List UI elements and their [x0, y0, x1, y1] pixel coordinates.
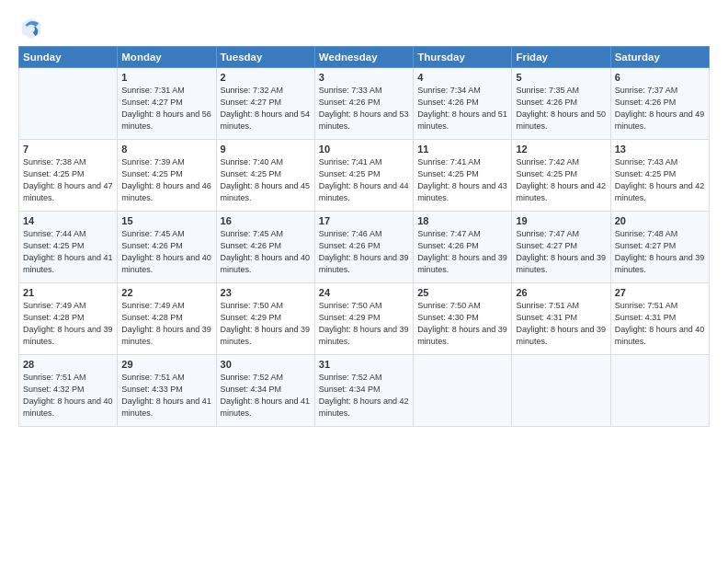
day-number: 18	[417, 215, 507, 226]
calendar-cell: 18Sunrise: 7:47 AMSunset: 4:26 PMDayligh…	[414, 212, 512, 283]
day-number: 25	[417, 287, 507, 298]
cell-info: Sunrise: 7:51 AMSunset: 4:31 PMDaylight:…	[516, 301, 606, 346]
calendar-table: SundayMondayTuesdayWednesdayThursdayFrid…	[18, 46, 710, 427]
cell-info: Sunrise: 7:52 AMSunset: 4:34 PMDaylight:…	[221, 373, 311, 418]
calendar-cell: 23Sunrise: 7:50 AMSunset: 4:29 PMDayligh…	[216, 283, 314, 355]
cell-info: Sunrise: 7:31 AMSunset: 4:27 PMDaylight:…	[121, 86, 211, 131]
calendar-cell: 13Sunrise: 7:43 AMSunset: 4:25 PMDayligh…	[610, 140, 709, 212]
day-number: 8	[121, 144, 211, 155]
cell-info: Sunrise: 7:47 AMSunset: 4:27 PMDaylight:…	[516, 229, 606, 274]
day-number: 11	[417, 144, 507, 155]
calendar-cell: 20Sunrise: 7:48 AMSunset: 4:27 PMDayligh…	[610, 212, 709, 283]
day-number: 31	[319, 359, 409, 370]
cell-info: Sunrise: 7:51 AMSunset: 4:32 PMDaylight:…	[23, 373, 113, 418]
calendar-cell: 31Sunrise: 7:52 AMSunset: 4:34 PMDayligh…	[314, 355, 413, 427]
calendar-cell: 21Sunrise: 7:49 AMSunset: 4:28 PMDayligh…	[19, 283, 118, 355]
calendar-cell: 19Sunrise: 7:47 AMSunset: 4:27 PMDayligh…	[512, 212, 610, 283]
week-row-3: 14Sunrise: 7:44 AMSunset: 4:25 PMDayligh…	[19, 212, 710, 283]
calendar-cell: 2Sunrise: 7:32 AMSunset: 4:27 PMDaylight…	[216, 68, 314, 140]
cell-info: Sunrise: 7:35 AMSunset: 4:26 PMDaylight:…	[516, 86, 606, 131]
cell-info: Sunrise: 7:46 AMSunset: 4:26 PMDaylight:…	[319, 229, 409, 274]
week-row-4: 21Sunrise: 7:49 AMSunset: 4:28 PMDayligh…	[19, 283, 710, 355]
cell-info: Sunrise: 7:38 AMSunset: 4:25 PMDaylight:…	[23, 157, 113, 202]
day-number: 22	[121, 287, 211, 298]
calendar-cell: 14Sunrise: 7:44 AMSunset: 4:25 PMDayligh…	[19, 212, 118, 283]
calendar-cell	[19, 68, 118, 140]
cell-info: Sunrise: 7:51 AMSunset: 4:33 PMDaylight:…	[121, 373, 211, 418]
cell-info: Sunrise: 7:45 AMSunset: 4:26 PMDaylight:…	[121, 229, 211, 274]
header-cell-sunday: Sunday	[19, 47, 118, 68]
week-row-2: 7Sunrise: 7:38 AMSunset: 4:25 PMDaylight…	[19, 140, 710, 212]
cell-info: Sunrise: 7:50 AMSunset: 4:29 PMDaylight:…	[221, 301, 311, 346]
week-row-5: 28Sunrise: 7:51 AMSunset: 4:32 PMDayligh…	[19, 355, 710, 427]
day-number: 27	[615, 287, 705, 298]
day-number: 2	[221, 72, 311, 83]
week-row-1: 1Sunrise: 7:31 AMSunset: 4:27 PMDaylight…	[19, 68, 710, 140]
day-number: 10	[319, 144, 409, 155]
header-cell-thursday: Thursday	[414, 47, 512, 68]
day-number: 16	[221, 215, 311, 226]
calendar-cell: 17Sunrise: 7:46 AMSunset: 4:26 PMDayligh…	[314, 212, 413, 283]
header-row: SundayMondayTuesdayWednesdayThursdayFrid…	[19, 47, 710, 68]
calendar-cell: 15Sunrise: 7:45 AMSunset: 4:26 PMDayligh…	[118, 212, 216, 283]
calendar-cell: 7Sunrise: 7:38 AMSunset: 4:25 PMDaylight…	[19, 140, 118, 212]
header-cell-monday: Monday	[118, 47, 216, 68]
day-number: 17	[319, 215, 409, 226]
cell-info: Sunrise: 7:41 AMSunset: 4:25 PMDaylight:…	[417, 157, 507, 202]
day-number: 3	[319, 72, 409, 83]
calendar-cell: 4Sunrise: 7:34 AMSunset: 4:26 PMDaylight…	[414, 68, 512, 140]
day-number: 13	[615, 144, 705, 155]
day-number: 20	[615, 215, 705, 226]
day-number: 29	[121, 359, 211, 370]
cell-info: Sunrise: 7:33 AMSunset: 4:26 PMDaylight:…	[319, 86, 409, 131]
cell-info: Sunrise: 7:41 AMSunset: 4:25 PMDaylight:…	[319, 157, 409, 202]
calendar-cell: 1Sunrise: 7:31 AMSunset: 4:27 PMDaylight…	[118, 68, 216, 140]
cell-info: Sunrise: 7:43 AMSunset: 4:25 PMDaylight:…	[615, 157, 705, 202]
day-number: 30	[221, 359, 311, 370]
day-number: 4	[417, 72, 507, 83]
calendar-cell: 22Sunrise: 7:49 AMSunset: 4:28 PMDayligh…	[118, 283, 216, 355]
calendar-cell: 3Sunrise: 7:33 AMSunset: 4:26 PMDaylight…	[314, 68, 413, 140]
day-number: 21	[23, 287, 113, 298]
calendar-cell: 12Sunrise: 7:42 AMSunset: 4:25 PMDayligh…	[512, 140, 610, 212]
calendar-cell: 11Sunrise: 7:41 AMSunset: 4:25 PMDayligh…	[414, 140, 512, 212]
page: SundayMondayTuesdayWednesdayThursdayFrid…	[0, 0, 728, 563]
cell-info: Sunrise: 7:40 AMSunset: 4:25 PMDaylight:…	[221, 157, 311, 202]
calendar-cell: 26Sunrise: 7:51 AMSunset: 4:31 PMDayligh…	[512, 283, 610, 355]
day-number: 14	[23, 215, 113, 226]
calendar-cell: 30Sunrise: 7:52 AMSunset: 4:34 PMDayligh…	[216, 355, 314, 427]
cell-info: Sunrise: 7:34 AMSunset: 4:26 PMDaylight:…	[417, 86, 507, 131]
header-cell-saturday: Saturday	[610, 47, 709, 68]
calendar-cell: 10Sunrise: 7:41 AMSunset: 4:25 PMDayligh…	[314, 140, 413, 212]
calendar-cell: 8Sunrise: 7:39 AMSunset: 4:25 PMDaylight…	[118, 140, 216, 212]
day-number: 1	[121, 72, 211, 83]
cell-info: Sunrise: 7:49 AMSunset: 4:28 PMDaylight:…	[121, 301, 211, 346]
day-number: 26	[516, 287, 606, 298]
logo	[18, 15, 48, 40]
calendar-cell: 29Sunrise: 7:51 AMSunset: 4:33 PMDayligh…	[118, 355, 216, 427]
calendar-cell: 28Sunrise: 7:51 AMSunset: 4:32 PMDayligh…	[19, 355, 118, 427]
cell-info: Sunrise: 7:49 AMSunset: 4:28 PMDaylight:…	[23, 301, 113, 346]
calendar-cell	[512, 355, 610, 427]
calendar-cell: 24Sunrise: 7:50 AMSunset: 4:29 PMDayligh…	[314, 283, 413, 355]
header-cell-tuesday: Tuesday	[216, 47, 314, 68]
day-number: 9	[221, 144, 311, 155]
calendar-cell	[610, 355, 709, 427]
logo-icon	[18, 15, 44, 40]
cell-info: Sunrise: 7:48 AMSunset: 4:27 PMDaylight:…	[615, 229, 705, 274]
cell-info: Sunrise: 7:44 AMSunset: 4:25 PMDaylight:…	[23, 229, 113, 274]
calendar-cell: 25Sunrise: 7:50 AMSunset: 4:30 PMDayligh…	[414, 283, 512, 355]
cell-info: Sunrise: 7:50 AMSunset: 4:30 PMDaylight:…	[417, 301, 507, 346]
day-number: 6	[615, 72, 705, 83]
day-number: 23	[221, 287, 311, 298]
day-number: 19	[516, 215, 606, 226]
calendar-cell: 27Sunrise: 7:51 AMSunset: 4:31 PMDayligh…	[610, 283, 709, 355]
calendar-cell: 6Sunrise: 7:37 AMSunset: 4:26 PMDaylight…	[610, 68, 709, 140]
day-number: 24	[319, 287, 409, 298]
cell-info: Sunrise: 7:42 AMSunset: 4:25 PMDaylight:…	[516, 157, 606, 202]
cell-info: Sunrise: 7:32 AMSunset: 4:27 PMDaylight:…	[221, 86, 311, 131]
header-cell-wednesday: Wednesday	[314, 47, 413, 68]
header	[18, 15, 710, 40]
day-number: 5	[516, 72, 606, 83]
cell-info: Sunrise: 7:51 AMSunset: 4:31 PMDaylight:…	[615, 301, 705, 346]
